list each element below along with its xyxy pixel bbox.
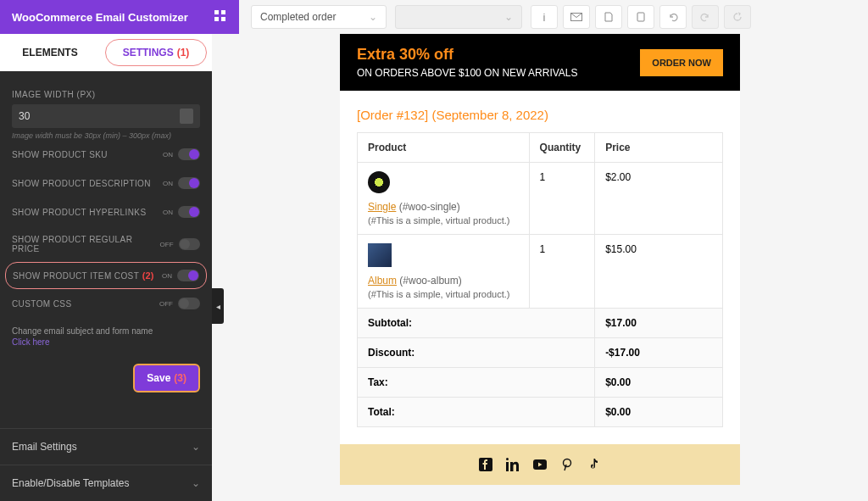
toggle-row-0: SHOW PRODUCT SKUON: [12, 140, 200, 169]
chevron-down-icon: ⌄: [192, 441, 200, 453]
toggle-state: ON: [162, 272, 172, 280]
collapse-sidebar-button[interactable]: ◂: [212, 288, 224, 324]
email-type-select[interactable]: Completed order ⌄: [251, 5, 387, 29]
product-desc: (#This is a simple, virtual product.): [368, 215, 519, 225]
top-toolbar: Completed order ⌄ ⌄ i: [239, 5, 868, 29]
product-image: [368, 243, 392, 267]
linkedin-icon[interactable]: [506, 458, 520, 471]
toggle-state: OFF: [159, 300, 173, 308]
toggle-switch[interactable]: [177, 270, 199, 281]
email-preview: Extra 30% off ON ORDERS ABOVE $100 ON NE…: [212, 34, 868, 501]
toggle-label: SHOW PRODUCT ITEM COST: [13, 271, 139, 281]
toggle-state: OFF: [160, 241, 174, 248]
item-price: $2.00: [595, 163, 723, 235]
total-row: Tax:$0.00: [358, 368, 723, 398]
annotation-1: (1): [177, 47, 190, 58]
product-link[interactable]: Single: [368, 201, 396, 213]
toggle-label: CUSTOM CSS: [12, 299, 72, 309]
discard-button[interactable]: [627, 5, 654, 29]
banner-subtitle: ON ORDERS ABOVE $100 ON NEW ARRIVALS: [357, 67, 578, 79]
click-here-link[interactable]: Click here: [12, 337, 49, 347]
toggle-row-4: SHOW PRODUCT ITEM COST(2)ON: [5, 262, 207, 289]
svg-point-10: [564, 459, 571, 467]
sidebar: ELEMENTS SETTINGS (1) IMAGE WIDTH (PX) 3…: [0, 34, 212, 501]
subject-note: Change email subject and form name: [12, 326, 200, 336]
secondary-select[interactable]: ⌄: [395, 5, 522, 29]
stepper-icon[interactable]: [180, 109, 193, 124]
toggle-switch[interactable]: [179, 238, 200, 250]
mail-button[interactable]: [563, 5, 590, 29]
order-table: Product Quantity Price Single (#woo-sing…: [357, 132, 723, 427]
svg-rect-1: [221, 10, 225, 14]
facebook-icon[interactable]: [479, 458, 492, 471]
toggle-state: ON: [163, 209, 173, 216]
item-qty: 1: [529, 235, 595, 309]
toggle-row-2: SHOW PRODUCT HYPERLINKSON: [12, 198, 200, 226]
image-width-label: IMAGE WIDTH (PX): [12, 90, 200, 99]
product-desc: (#This is a simple, virtual product.): [368, 289, 519, 299]
toggle-label: SHOW PRODUCT REGULAR PRICE: [12, 235, 160, 253]
toggle-row-5: CUSTOM CSSOFF: [12, 289, 200, 318]
col-qty: Quantity: [529, 133, 595, 163]
toggle-switch[interactable]: [178, 177, 200, 189]
toggle-switch[interactable]: [178, 298, 200, 309]
toggle-switch[interactable]: [178, 148, 200, 160]
tab-settings[interactable]: SETTINGS (1): [105, 39, 207, 66]
tiktok-icon[interactable]: [587, 458, 601, 471]
product-image: [368, 171, 390, 193]
toggle-switch[interactable]: [178, 206, 200, 218]
undo-button[interactable]: [659, 5, 687, 29]
total-row: Subtotal:$17.00: [358, 309, 723, 338]
email-type-value: Completed order: [260, 11, 336, 23]
promo-banner: Extra 30% off ON ORDERS ABOVE $100 ON NE…: [340, 34, 740, 91]
chevron-down-icon: ⌄: [504, 11, 513, 23]
col-price: Price: [595, 133, 723, 163]
table-row: Album (#woo-album)(#This is a simple, vi…: [358, 235, 723, 309]
order-header: [Order #132] (September 8, 2022): [357, 108, 723, 122]
toggle-label: SHOW PRODUCT HYPERLINKS: [12, 208, 146, 217]
image-width-input[interactable]: 30: [12, 104, 200, 128]
toggle-state: ON: [163, 151, 173, 159]
svg-rect-5: [637, 13, 644, 21]
info-button[interactable]: i: [531, 5, 558, 29]
item-qty: 1: [529, 163, 595, 235]
image-width-value: 30: [19, 110, 30, 122]
svg-rect-7: [506, 462, 509, 471]
redo-button[interactable]: [692, 5, 719, 29]
image-width-hint: Image width must be 30px (min) – 300px (…: [12, 131, 200, 140]
dashboard-icon[interactable]: [214, 9, 227, 25]
accordion-email-settings[interactable]: Email Settings⌄: [0, 428, 212, 465]
product-sku: (#woo-single): [399, 201, 460, 213]
chevron-down-icon: ⌄: [192, 477, 200, 489]
svg-point-8: [506, 458, 509, 460]
tab-elements[interactable]: ELEMENTS: [0, 34, 100, 71]
order-now-button[interactable]: ORDER NOW: [640, 49, 723, 76]
accordion-enable-disable-templates[interactable]: Enable/Disable Templates⌄: [0, 465, 212, 501]
refresh-button[interactable]: [724, 5, 751, 29]
product-link[interactable]: Album: [368, 275, 397, 287]
svg-rect-3: [221, 17, 225, 21]
annotation-3: (3): [174, 372, 186, 384]
social-bar: [340, 444, 740, 485]
youtube-icon[interactable]: [533, 458, 547, 471]
item-price: $15.00: [595, 235, 723, 309]
col-product: Product: [358, 133, 530, 163]
banner-title: Extra 30% off: [357, 46, 578, 64]
app-brand: WooCommerce Email Customizer: [0, 0, 239, 34]
total-row: Total:$0.00: [358, 398, 723, 427]
tab-settings-label: SETTINGS: [123, 47, 174, 58]
toggle-row-1: SHOW PRODUCT DESCRIPTIONON: [12, 169, 200, 198]
svg-rect-2: [214, 17, 219, 21]
total-row: Discount:-$17.00: [358, 338, 723, 368]
save-button[interactable]: Save (3): [133, 364, 200, 392]
product-sku: (#woo-album): [399, 275, 461, 287]
toggle-state: ON: [163, 180, 173, 187]
toggle-label: SHOW PRODUCT SKU: [12, 150, 108, 159]
pinterest-icon[interactable]: [560, 458, 574, 471]
annotation-2: (2): [142, 270, 153, 281]
chevron-down-icon: ⌄: [369, 11, 377, 23]
brand-title: WooCommerce Email Customizer: [12, 11, 188, 24]
toggle-label: SHOW PRODUCT DESCRIPTION: [12, 179, 151, 188]
page-button[interactable]: [595, 5, 622, 29]
svg-rect-0: [214, 10, 219, 14]
